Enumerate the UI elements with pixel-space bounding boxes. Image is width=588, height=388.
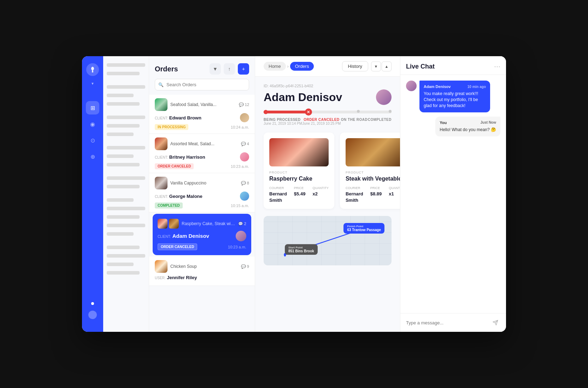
orders-panel: Orders ▼ ↑ + 🔍 Seafood Salad, Vanilla...… <box>149 56 255 332</box>
nav-placeholder <box>107 163 140 166</box>
order-detail: ID: 46a5ff3c-p64f-2251-b402 Adam Denisov… <box>255 77 400 332</box>
price-label: PRICE <box>294 186 306 190</box>
nav-placeholder <box>107 198 134 202</box>
food-name: Chicken Soup <box>170 264 238 269</box>
end-address: 63 Trantow Passage <box>347 228 381 232</box>
topbar-chevrons: ▼ ▲ <box>371 61 392 71</box>
price-value: $8.89 <box>370 191 382 196</box>
chevron-up-button[interactable]: ▲ <box>382 61 392 71</box>
order-time: 10:15 a.m. <box>231 204 249 208</box>
progress-bar-fill: ✕ <box>264 111 308 113</box>
chat-bubble: You Just Now Hello! What do you mean? 🤔 <box>435 117 500 136</box>
product-courier: COURIER Bernard Smith <box>346 186 363 203</box>
chat-sender-name: Adam Denisov 10 min ago <box>424 84 486 89</box>
progress-start-dot <box>264 110 268 114</box>
progress-step-title: ON THE ROAD <box>341 118 368 122</box>
chat-input[interactable] <box>406 320 488 325</box>
progress-bar-track: ✕ <box>264 111 392 113</box>
start-label: Start Point <box>288 246 314 249</box>
chat-message-text: You make really great work!!! Check out … <box>424 91 478 108</box>
courier-label: COURIER <box>346 186 363 190</box>
progress-step-title: ORDER CANCELED <box>302 118 341 122</box>
chat-panel: Live Chat ⋯ Adam Denisov 10 min ago You … <box>400 56 506 332</box>
nav-placeholder <box>107 215 140 219</box>
food-name: Assorted Meat, Salad... <box>170 141 238 146</box>
sidebar-logo <box>86 63 99 76</box>
progress-section: ✕ BEING PROCESSED June 21, 2019 10:14 PM… <box>264 111 392 125</box>
nav-placeholder <box>107 85 145 89</box>
main-content: Home › Orders History ▼ ▲ ID: 46a5ff3c-p… <box>255 56 400 332</box>
nav-placeholder <box>107 133 134 136</box>
sidebar-item-dashboard[interactable]: ⊞ <box>86 101 99 114</box>
chevron-down-button[interactable]: ▼ <box>371 61 381 71</box>
chat-messages: Adam Denisov 10 min ago You make really … <box>400 75 506 313</box>
product-quantity: QUANTITY x1 <box>389 186 400 203</box>
chat-send-button[interactable] <box>490 318 500 328</box>
order-item[interactable]: Assorted Meat, Salad... 💬 4 CLIENT: Brit… <box>149 134 255 173</box>
price-value: $5.49 <box>294 191 306 196</box>
product-price: PRICE $8.89 <box>370 186 382 203</box>
chat-time: 10 min ago <box>468 84 486 89</box>
status-badge: COMPLETED <box>155 202 183 208</box>
nav-placeholder <box>107 232 134 236</box>
order-item[interactable]: Vanilla Cappuccino 💬 8 CLIENT: George Ma… <box>149 173 255 212</box>
quantity-label: QUANTITY <box>312 186 329 190</box>
map-section: Start Point 851 Bins Brook Finish Point … <box>264 216 392 265</box>
food-name: Seafood Salad, Vanilla... <box>170 102 236 107</box>
filter-button[interactable]: ▼ <box>210 63 221 75</box>
quantity-label: QUANTITY <box>389 186 400 190</box>
quantity-value: x1 <box>389 191 394 196</box>
customer-avatar <box>376 89 392 105</box>
price-label: PRICE <box>370 186 382 190</box>
courier-value: Bernard Smith <box>269 191 287 203</box>
breadcrumb-home[interactable]: Home <box>264 62 286 71</box>
chat-message-text: Hello! What do you mean? 🤔 <box>440 127 496 132</box>
product-name: Raspberry Cake <box>269 176 329 182</box>
sidebar-item-users[interactable]: ⊙ <box>86 134 99 147</box>
chat-message-incoming: Adam Denisov 10 min ago You make really … <box>406 81 500 112</box>
progress-step-date: June 21, 2019 10:25 PM <box>302 122 341 125</box>
nav-placeholder <box>107 72 140 75</box>
nav-placeholder <box>107 146 145 149</box>
food-thumbnail <box>155 177 167 189</box>
chat-message-outgoing: You Just Now Hello! What do you mean? 🤔 <box>406 117 500 136</box>
search-input[interactable] <box>155 79 249 90</box>
order-item[interactable]: Seafood Salad, Vanilla... 💬 12 CLIENT: E… <box>149 95 255 134</box>
upload-button[interactable]: ↑ <box>224 63 235 75</box>
food-name: Raspberry Cake, Steak with... <box>182 221 235 226</box>
order-time: 10:23 a.m. <box>231 164 249 169</box>
food-name: Vanilla Cappuccino <box>170 181 238 186</box>
progress-labels: BEING PROCESSED June 21, 2019 10:14 PM O… <box>264 118 392 125</box>
search-icon: 🔍 <box>158 82 164 87</box>
nav-placeholder <box>107 263 134 266</box>
food-thumbnail <box>155 98 167 111</box>
order-item[interactable]: Chicken Soup 💬 9 USER: Jennifer Riley <box>149 257 255 286</box>
nav-placeholder <box>107 176 145 180</box>
product-image <box>346 138 400 166</box>
progress-step-title: COMPLETED <box>368 118 392 122</box>
nav-placeholder <box>107 154 134 158</box>
add-order-button[interactable]: + <box>238 63 249 75</box>
sidebar-item-search[interactable]: ⊕ <box>86 150 99 163</box>
nav-placeholder <box>107 94 134 97</box>
map-end-pin: Finish Point 63 Trantow Passage <box>343 223 384 234</box>
avatar <box>236 231 246 241</box>
sidebar-item-globe[interactable]: ◉ <box>86 117 99 131</box>
breadcrumb-orders[interactable]: Orders <box>290 62 314 71</box>
progress-label-completed: COMPLETED <box>368 118 392 125</box>
chat-sender-name: You Just Now <box>440 120 496 125</box>
avatar <box>240 192 249 201</box>
breadcrumb: Home › Orders <box>264 62 314 71</box>
chat-sender-avatar <box>406 81 417 91</box>
product-meta: COURIER Bernard Smith PRICE $8.89 QUANTI… <box>346 186 400 203</box>
progress-label-on-road: ON THE ROAD <box>341 118 368 125</box>
order-item-active[interactable]: Raspberry Cake, Steak with... 💬 2 CLIENT… <box>153 214 251 255</box>
breadcrumb-arrow: › <box>287 64 289 69</box>
product-name: Steak with Vegetables <box>346 176 400 182</box>
search-box: 🔍 <box>155 79 249 90</box>
chat-more-button[interactable]: ⋯ <box>494 63 500 70</box>
history-button[interactable]: History <box>342 61 368 71</box>
product-card: PRODUCT Raspberry Cake COURIER Bernard S… <box>264 133 334 209</box>
nav-placeholder <box>107 116 145 119</box>
product-courier: COURIER Bernard Smith <box>269 186 287 203</box>
